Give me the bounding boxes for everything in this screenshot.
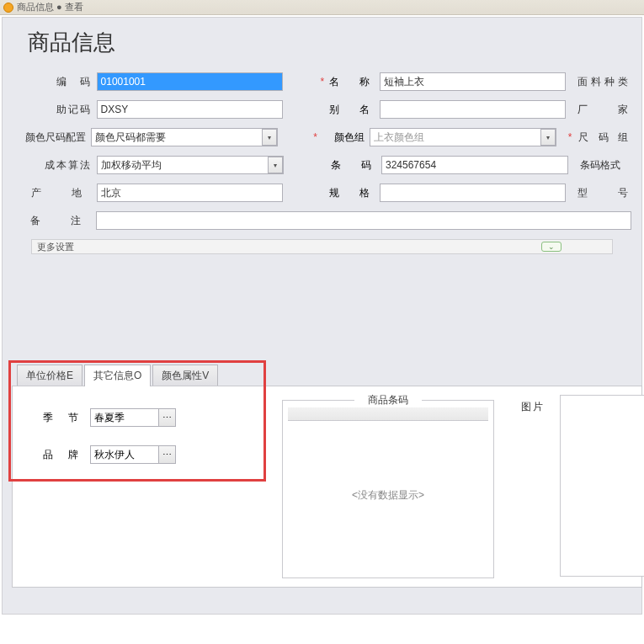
required-mark: * — [308, 131, 317, 143]
app-icon — [3, 3, 13, 13]
picture-section: 图片 — [521, 400, 545, 414]
input-brand[interactable] — [90, 445, 159, 464]
lower-section: 单位价格E 其它信息O 颜色属性V 季 节 ⋯ 品 牌 — [12, 364, 642, 588]
no-data-text: <没有数据显示> — [283, 488, 493, 503]
input-mnemonic[interactable] — [97, 100, 283, 119]
combo-costmethod[interactable] — [97, 156, 284, 174]
more-settings-bar[interactable]: 更多设置 ⌄ — [31, 239, 613, 254]
lookup-button[interactable]: ⋯ — [159, 408, 176, 427]
required-mark: * — [314, 76, 324, 88]
picture-box[interactable] — [560, 395, 644, 577]
label-manufacturer: 厂 家 — [566, 103, 631, 117]
input-spec[interactable] — [380, 184, 566, 202]
combo-colorsize[interactable] — [91, 128, 278, 146]
tab-color-attr[interactable]: 颜色属性V — [152, 365, 218, 386]
label-colorsize: 颜色尺码配置 — [13, 130, 91, 145]
label-costmethod: 成本算法 — [13, 158, 97, 173]
label-mnemonic: 助记码 — [13, 103, 97, 117]
barcode-grid-header — [288, 407, 488, 421]
label-origin: 产 地 — [13, 186, 97, 200]
main-panel: 商品信息 编 码 * 名 称 面料种类 助记码 别 名 厂 家 颜色尺码配置 — [2, 17, 642, 615]
more-settings-label: 更多设置 — [37, 241, 74, 253]
tab-strip: 单位价格E 其它信息O 颜色属性V — [17, 364, 642, 386]
lookup-button[interactable]: ⋯ — [159, 445, 176, 464]
input-barcode[interactable] — [381, 156, 568, 174]
label-sizegroup: *尺 码 组 — [556, 130, 631, 145]
label-code: 编 码 — [13, 75, 97, 89]
label-spec: 规 格 — [324, 186, 380, 200]
label-barcode: 条 码 — [326, 158, 381, 173]
input-name[interactable] — [380, 72, 566, 91]
label-remark: 备 注 — [13, 214, 96, 228]
barcode-panel-title: 商品条码 — [354, 393, 422, 407]
page-title: 商品信息 — [3, 18, 641, 72]
label-fabric: 面料种类 — [566, 75, 631, 89]
input-alias[interactable] — [380, 100, 566, 119]
label-model: 型 号 — [566, 186, 631, 200]
window-titlebar: 商品信息 ● 查看 — [0, 0, 644, 15]
dropdown-icon[interactable]: ▾ — [268, 157, 283, 173]
combo-colorgroup[interactable] — [370, 128, 556, 146]
form-area: 编 码 * 名 称 面料种类 助记码 别 名 厂 家 颜色尺码配置 ▾ — [3, 72, 641, 254]
label-name: 名 称 — [324, 75, 380, 89]
dropdown-icon[interactable]: ▾ — [262, 129, 277, 146]
dropdown-icon[interactable]: ▾ — [540, 129, 556, 146]
window-title: 商品信息 ● 查看 — [17, 1, 83, 13]
label-colorgroup: 颜色组 — [317, 130, 370, 145]
input-code[interactable] — [97, 72, 283, 91]
tab-unit-price[interactable]: 单位价格E — [17, 365, 82, 386]
label-alias: 别 名 — [324, 103, 380, 117]
expand-toggle-icon[interactable]: ⌄ — [541, 242, 562, 252]
tab-other-info[interactable]: 其它信息O — [84, 365, 151, 386]
barcode-panel: 商品条码 <没有数据显示> — [282, 400, 494, 578]
input-season[interactable] — [90, 408, 159, 427]
input-origin[interactable] — [97, 184, 283, 202]
label-barcodefmt: 条码格式 — [568, 158, 620, 173]
picture-label: 图片 — [521, 401, 545, 412]
tab-body: 季 节 ⋯ 品 牌 ⋯ 商品条码 — [12, 386, 642, 588]
input-remark[interactable] — [96, 211, 631, 230]
